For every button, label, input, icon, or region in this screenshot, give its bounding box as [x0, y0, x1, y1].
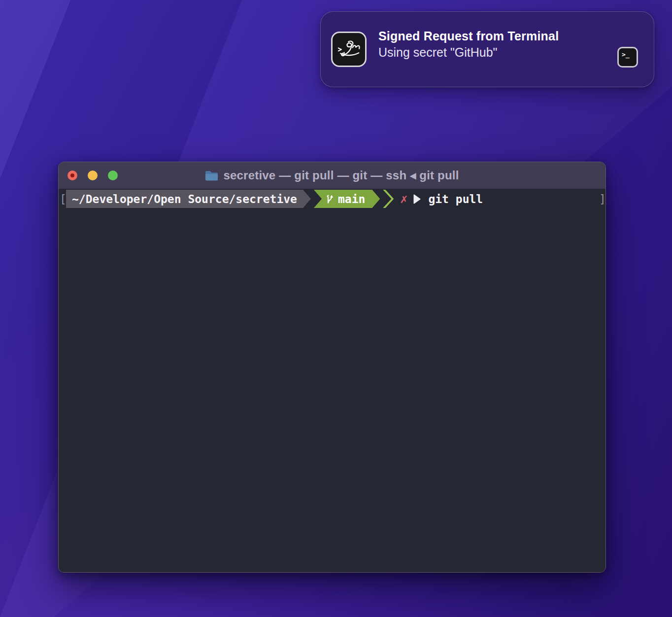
folder-icon: [205, 170, 218, 181]
terminal-window: secretive — git pull — git — ssh ◂ git p…: [58, 162, 606, 573]
minimize-button[interactable]: [88, 171, 98, 180]
window-titlebar[interactable]: secretive — git pull — git — ssh ◂ git p…: [59, 162, 605, 189]
window-title-group: secretive — git pull — git — ssh ◂ git p…: [205, 169, 459, 182]
prompt-chevron-icon: [383, 190, 394, 208]
notification-banner[interactable]: Signed Request from Terminal Using secre…: [320, 11, 654, 87]
prompt-line: [ ~/Developer/Open Source/secretive main…: [60, 190, 605, 208]
shell-mark-close: ]: [599, 193, 605, 206]
notification-text-block: Signed Request from Terminal Using secre…: [378, 28, 605, 61]
terminal-body[interactable]: [ ~/Developer/Open Source/secretive main…: [59, 189, 605, 572]
zoom-button[interactable]: [108, 171, 118, 180]
close-button[interactable]: [67, 171, 77, 180]
typed-command: git pull: [428, 193, 483, 206]
exit-status-mark: ✗: [400, 192, 407, 206]
secretive-app-icon: [331, 32, 367, 67]
signature-icon: [336, 36, 362, 63]
branch-name: main: [338, 193, 365, 206]
prompt-path-segment: ~/Developer/Open Source/secretive: [66, 190, 311, 208]
shell-mark-open: [: [60, 193, 65, 206]
terminal-icon: >_: [617, 47, 638, 68]
notification-body: Using secret "GitHub": [378, 44, 605, 61]
prompt-path: ~/Developer/Open Source/secretive: [72, 193, 297, 206]
prompt-branch-segment: main: [314, 190, 380, 208]
git-branch-icon: [326, 194, 334, 204]
prompt-arrow-icon: [413, 194, 421, 204]
notification-title: Signed Request from Terminal: [378, 28, 605, 44]
window-title: secretive — git pull — git — ssh ◂ git p…: [223, 169, 459, 182]
